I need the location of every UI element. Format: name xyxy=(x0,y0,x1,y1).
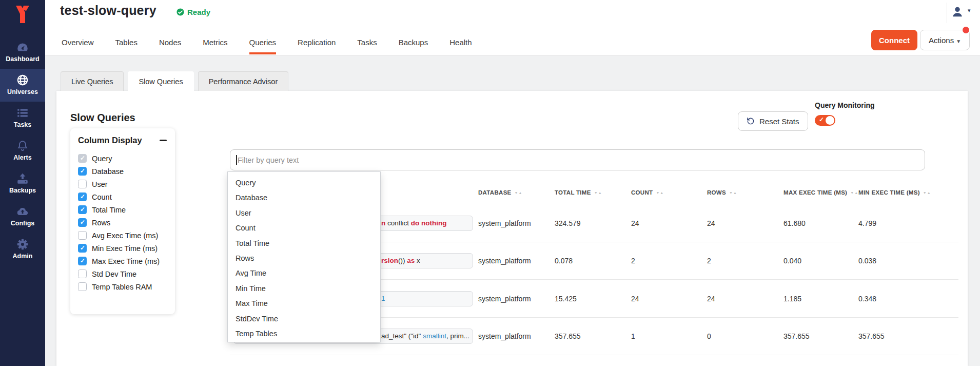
column-option-total-time[interactable]: Total Time xyxy=(78,203,167,216)
column-header-max-exec-time-ms[interactable]: MAX EXEC TIME (MS)▼▲ xyxy=(783,189,858,196)
column-option-label: Min Exec Time (ms) xyxy=(92,244,158,253)
connect-button[interactable]: Connect xyxy=(871,30,917,50)
tab-overview[interactable]: Overview xyxy=(62,31,94,55)
column-header-total-time[interactable]: TOTAL TIME▼▲ xyxy=(555,189,602,196)
sidebar-item-label: Backups xyxy=(0,187,45,194)
sidebar-item-universes[interactable]: Universes xyxy=(0,69,45,102)
sidebar-item-label: Alerts xyxy=(0,154,45,161)
tab-tasks[interactable]: Tasks xyxy=(357,31,377,55)
sidebar-item-label: Universes xyxy=(0,88,45,95)
subtab-live-queries[interactable]: Live Queries xyxy=(61,71,124,91)
cell-max-exec-time-ms: 0.040 xyxy=(783,257,801,265)
column-header-count[interactable]: COUNT▼▲ xyxy=(631,189,664,196)
chevron-down-icon: ▼ xyxy=(956,38,961,44)
collapse-minus-icon[interactable] xyxy=(159,137,167,145)
column-display-title: Column Display xyxy=(78,136,142,145)
cell-database: system_platform xyxy=(478,257,531,265)
column-header-rows[interactable]: ROWS▼▲ xyxy=(707,189,737,196)
filter-option-max-time[interactable]: Max Time xyxy=(228,296,380,311)
filter-option-min-time[interactable]: Min Time xyxy=(228,281,380,296)
sort-icons: ▼▲ xyxy=(594,191,602,195)
column-option-min-exec-time-ms[interactable]: Min Exec Time (ms) xyxy=(78,242,167,255)
filter-option-rows[interactable]: Rows xyxy=(228,251,380,266)
tab-metrics[interactable]: Metrics xyxy=(203,31,227,55)
cell-rows: 24 xyxy=(707,295,715,303)
column-option-label: Rows xyxy=(92,219,110,227)
filter-option-temp-tables[interactable]: Temp Tables xyxy=(228,326,380,341)
filter-option-avg-time[interactable]: Avg Time xyxy=(228,266,380,281)
tab-health[interactable]: Health xyxy=(449,31,472,55)
tab-backups[interactable]: Backups xyxy=(399,31,428,55)
cell-total-time: 0.078 xyxy=(555,257,573,265)
cell-count: 2 xyxy=(631,257,635,265)
filter-option-total-time[interactable]: Total Time xyxy=(228,236,380,251)
column-option-label: Avg Exec Time (ms) xyxy=(92,232,158,240)
column-header-database[interactable]: DATABASE▼▲ xyxy=(478,189,522,196)
subtab-slow-queries[interactable]: Slow Queries xyxy=(128,71,193,92)
queries-subtabs: Live QueriesSlow QueriesPerformance Advi… xyxy=(61,71,288,92)
column-option-count[interactable]: Count xyxy=(78,190,167,203)
tab-replication[interactable]: Replication xyxy=(298,31,336,55)
sidebar-item-configs[interactable]: Configs xyxy=(0,200,45,233)
checkbox-unchecked-icon xyxy=(78,231,87,240)
actions-button[interactable]: Actions▼ xyxy=(920,30,970,50)
query-token: x xyxy=(415,257,420,264)
filter-option-stddev-time[interactable]: StdDev Time xyxy=(228,312,380,326)
universe-icon xyxy=(16,73,29,87)
column-option-database[interactable]: Database xyxy=(78,165,167,178)
column-option-temp-tables-ram[interactable]: Temp Tables RAM xyxy=(78,280,167,293)
universe-nav-tabs: OverviewTablesNodesMetricsQueriesReplica… xyxy=(62,31,472,55)
tab-tables[interactable]: Tables xyxy=(115,31,138,55)
subtab-performance-advisor[interactable]: Performance Advisor xyxy=(198,71,289,91)
query-snippet-text: ad_test" ("id" smallint, prim... xyxy=(381,329,469,343)
filter-option-count[interactable]: Count xyxy=(228,221,380,236)
filter-option-user[interactable]: User xyxy=(228,206,380,221)
slow-queries-panel: Slow Queries Reset Stats Query Monitorin… xyxy=(56,91,968,366)
sidebar-item-backups[interactable]: Backups xyxy=(0,167,45,200)
reset-icon xyxy=(747,117,755,125)
sort-icons: ▼▲ xyxy=(850,191,858,195)
column-option-query[interactable]: Query xyxy=(78,152,167,165)
column-option-avg-exec-time-ms[interactable]: Avg Exec Time (ms) xyxy=(78,229,167,242)
tab-nodes[interactable]: Nodes xyxy=(159,31,181,55)
cell-database: system_platform xyxy=(478,219,531,227)
column-option-std-dev-time[interactable]: Std Dev Time xyxy=(78,267,167,280)
user-avatar[interactable] xyxy=(950,5,965,19)
column-option-max-exec-time-ms[interactable]: Max Exec Time (ms) xyxy=(78,255,167,267)
filter-option-query[interactable]: Query xyxy=(228,176,380,190)
query-filter-input[interactable] xyxy=(230,149,925,170)
checkbox-unchecked-icon xyxy=(78,180,87,188)
sidebar-item-dashboard[interactable]: Dashboard xyxy=(0,36,45,69)
user-menu-caret-icon[interactable]: ▾ xyxy=(968,7,971,14)
filter-field-dropdown: QueryDatabaseUserCountTotal TimeRowsAvg … xyxy=(227,171,381,342)
reset-stats-button[interactable]: Reset Stats xyxy=(738,111,808,131)
sidebar-item-tasks[interactable]: Tasks xyxy=(0,102,45,134)
query-token: n xyxy=(381,219,387,227)
query-token: conflict xyxy=(387,219,411,227)
page-title: test-slow-query xyxy=(60,3,156,18)
cell-min-exec-time-ms: 0.038 xyxy=(858,257,876,265)
checkbox-unchecked-icon xyxy=(78,269,87,278)
cell-min-exec-time-ms: 357.655 xyxy=(858,332,885,340)
cell-count: 24 xyxy=(631,295,639,303)
status-badge: Ready xyxy=(176,8,210,16)
filter-option-database[interactable]: Database xyxy=(228,190,380,205)
tab-queries[interactable]: Queries xyxy=(249,31,277,55)
sidebar-item-admin[interactable]: Admin xyxy=(0,233,45,266)
query-token: ad_test" ("id" xyxy=(381,332,423,340)
yugabyte-logo-icon[interactable] xyxy=(12,4,33,25)
query-monitoring-toggle[interactable]: ✓ xyxy=(815,115,835,126)
query-token: 1 xyxy=(381,295,385,302)
cell-total-time: 15.425 xyxy=(555,295,577,303)
query-token: smallint xyxy=(423,332,446,340)
row-separator xyxy=(230,355,958,355)
column-option-rows[interactable]: Rows xyxy=(78,216,167,229)
status-label: Ready xyxy=(187,8,210,16)
column-option-user[interactable]: User xyxy=(78,178,167,190)
alerts-icon xyxy=(16,139,29,152)
section-heading: Slow Queries xyxy=(70,112,135,124)
query-token: ()) xyxy=(398,257,407,264)
sidebar-item-alerts[interactable]: Alerts xyxy=(0,134,45,167)
column-header-min-exec-time-ms[interactable]: MIN EXEC TIME (MS)▼▲ xyxy=(858,189,931,196)
toggle-knob xyxy=(826,116,834,125)
